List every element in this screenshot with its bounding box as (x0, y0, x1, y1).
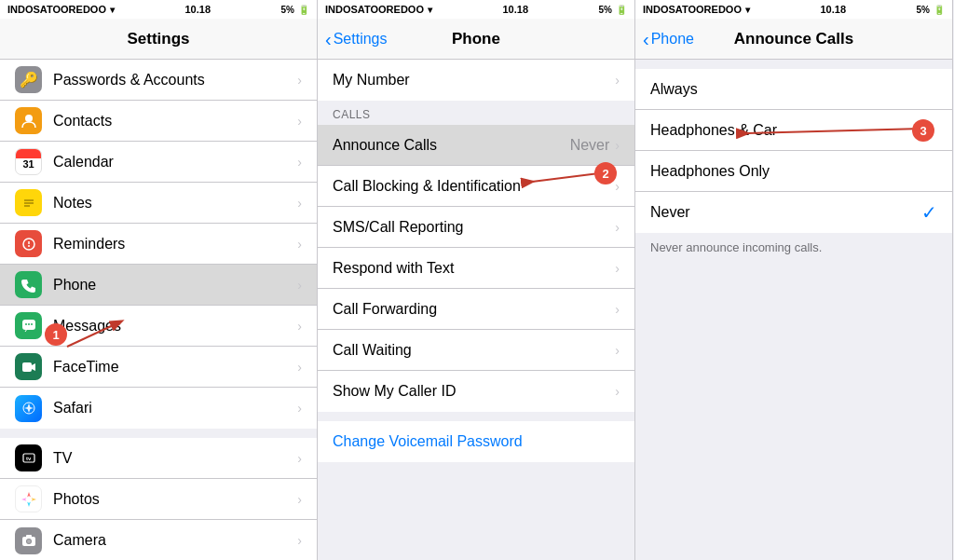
reminders-chevron: › (297, 237, 302, 252)
call-forwarding-chevron: › (615, 302, 620, 317)
nav-bar-2: ‹ Settings Phone (318, 19, 634, 60)
nav-bar-1: Settings (0, 19, 317, 60)
carrier-1: INDOSATOOREDOO (7, 4, 106, 15)
settings-item-facetime[interactable]: FaceTime › (0, 347, 317, 388)
calendar-icon: 31 (15, 148, 42, 175)
facetime-label: FaceTime (53, 359, 297, 376)
battery-1: 5% (281, 5, 294, 15)
call-forwarding-item[interactable]: Call Forwarding › (318, 289, 634, 330)
status-left-2: INDOSATOOREDOO ▾ (325, 4, 432, 15)
svg-marker-13 (32, 363, 35, 371)
settings-item-safari[interactable]: Safari › (0, 388, 317, 429)
phone-group-1: My Number › (318, 60, 634, 101)
svg-point-22 (26, 497, 32, 502)
battery-icon-1: 🔋 (298, 5, 309, 15)
svg-rect-12 (22, 362, 32, 372)
notes-icon (15, 189, 42, 216)
option-always[interactable]: Always (635, 69, 952, 110)
wifi-icon-1: ▾ (110, 5, 115, 15)
reminders-icon (15, 230, 42, 257)
wifi-icon-2: ▾ (428, 5, 432, 15)
announce-calls-back-button[interactable]: ‹ Phone (643, 30, 694, 48)
settings-item-messages[interactable]: Messages › (0, 306, 317, 347)
passwords-icon: 🔑 (15, 66, 42, 93)
separator-2 (318, 412, 634, 421)
phone-back-label: Settings (334, 31, 388, 48)
change-voicemail-item[interactable]: Change Voicemail Password (318, 421, 634, 462)
sms-reporting-item[interactable]: SMS/Call Reporting › (318, 207, 634, 248)
status-left-1: INDOSATOOREDOO ▾ (7, 4, 115, 15)
settings-item-calendar[interactable]: 31 Calendar › (0, 142, 317, 183)
messages-chevron: › (297, 319, 302, 334)
facetime-icon (15, 353, 42, 380)
settings-scroll[interactable]: 🔑 Passwords & Accounts › Contacts › (0, 60, 317, 560)
battery-icon-2: 🔋 (616, 5, 627, 15)
announce-calls-chevron: › (615, 138, 620, 153)
settings-item-notes[interactable]: Notes › (0, 183, 317, 224)
call-waiting-item[interactable]: Call Waiting › (318, 330, 634, 371)
phone-back-button[interactable]: ‹ Settings (325, 30, 387, 48)
call-waiting-chevron: › (615, 343, 620, 358)
phone-scroll[interactable]: My Number › CALLS Announce Calls Never ›… (318, 60, 634, 560)
svg-point-10 (28, 323, 30, 325)
svg-point-9 (25, 323, 27, 325)
calendar-label: Calendar (53, 154, 297, 171)
phone-group-3: Change Voicemail Password (318, 421, 634, 462)
caller-id-item[interactable]: Show My Caller ID › (318, 371, 634, 412)
contacts-label: Contacts (53, 113, 297, 130)
option-headphones-only[interactable]: Headphones Only (635, 151, 952, 192)
safari-label: Safari (53, 400, 297, 417)
svg-point-7 (28, 245, 30, 247)
announce-calls-scroll[interactable]: Always Headphones & Car Headphones Only … (635, 60, 952, 560)
my-number-item[interactable]: My Number › (318, 60, 634, 101)
status-right-2: 5% 🔋 (599, 5, 627, 15)
my-number-label: My Number (333, 72, 615, 89)
panel-phone: INDOSATOOREDOO ▾ 10.18 5% 🔋 ‹ Settings P… (318, 0, 635, 560)
phone-chevron: › (297, 278, 302, 293)
phone-label: Phone (53, 277, 297, 294)
sms-reporting-chevron: › (615, 220, 620, 235)
time-1: 10.18 (184, 4, 211, 15)
tv-icon: tv (15, 444, 42, 471)
wifi-icon-3: ▾ (745, 5, 750, 15)
respond-text-item[interactable]: Respond with Text › (318, 248, 634, 289)
notes-label: Notes (53, 195, 297, 212)
settings-item-reminders[interactable]: Reminders › (0, 224, 317, 265)
phone-group-2: Announce Calls Never › Call Blocking & I… (318, 125, 634, 412)
option-headphones-car[interactable]: Headphones & Car (635, 110, 952, 151)
contacts-chevron: › (297, 114, 302, 129)
carrier-3: INDOSATOOREDOO (643, 4, 742, 15)
settings-item-photos[interactable]: Photos › (0, 479, 317, 520)
call-blocking-item[interactable]: Call Blocking & Identification › (318, 166, 634, 207)
caller-id-label: Show My Caller ID (333, 383, 615, 400)
status-right-3: 5% 🔋 (917, 5, 945, 15)
settings-item-passwords[interactable]: 🔑 Passwords & Accounts › (0, 60, 317, 101)
battery-icon-3: 🔋 (934, 5, 945, 15)
facetime-chevron: › (297, 360, 302, 375)
photos-label: Photos (53, 491, 297, 508)
tv-chevron: › (297, 451, 302, 466)
svg-point-25 (27, 540, 31, 543)
my-number-chevron: › (615, 73, 620, 88)
svg-point-11 (31, 323, 33, 325)
settings-item-camera[interactable]: Camera › (0, 520, 317, 560)
contacts-icon (15, 107, 42, 134)
tv-label: TV (53, 450, 297, 467)
time-2: 10.18 (502, 4, 528, 15)
settings-item-tv[interactable]: tv TV › (0, 438, 317, 479)
panel-announce-calls: INDOSATOOREDOO ▾ 10.18 5% 🔋 ‹ Phone Anno… (635, 0, 953, 560)
announce-calls-item[interactable]: Announce Calls Never › (318, 125, 634, 166)
svg-point-0 (25, 115, 33, 122)
announce-calls-nav-title: Announce Calls (734, 30, 853, 48)
respond-text-chevron: › (615, 261, 620, 276)
nav-bar-3: ‹ Phone Announce Calls (635, 19, 952, 60)
time-3: 10.18 (820, 4, 846, 15)
svg-text:tv: tv (26, 456, 32, 461)
status-left-3: INDOSATOOREDOO ▾ (643, 4, 750, 15)
option-never[interactable]: Never ✓ (635, 192, 952, 233)
svg-rect-26 (26, 535, 32, 538)
settings-item-phone[interactable]: Phone › (0, 265, 317, 306)
settings-item-contacts[interactable]: Contacts › (0, 101, 317, 142)
carrier-2: INDOSATOOREDOO (325, 4, 424, 15)
back-arrow-2: ‹ (325, 30, 332, 48)
